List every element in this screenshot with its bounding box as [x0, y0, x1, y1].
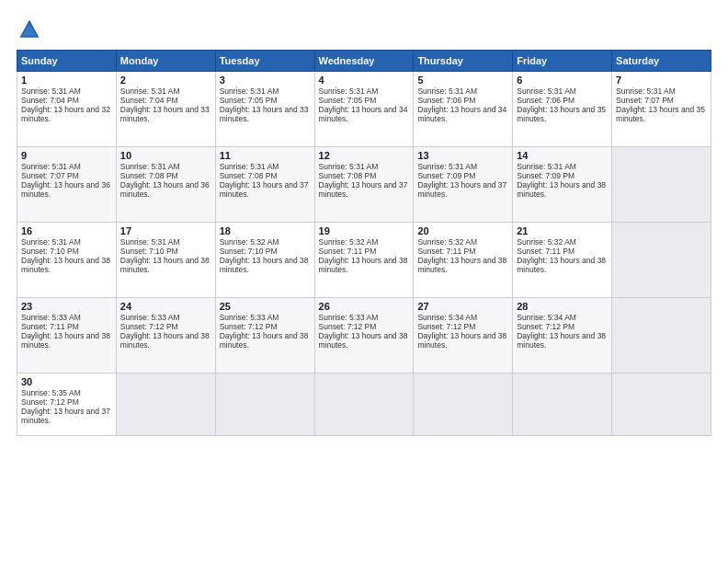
- sunset-label: Sunset: 7:12 PM: [220, 322, 278, 331]
- sunrise-label: Sunrise: 5:31 AM: [220, 86, 279, 96]
- calendar-cell: 27Sunrise: 5:34 AMSunset: 7:12 PMDayligh…: [414, 298, 513, 373]
- day-number: 9: [21, 150, 112, 161]
- sunset-label: Sunset: 7:12 PM: [21, 397, 79, 407]
- calendar-cell: 11Sunrise: 5:31 AMSunset: 7:08 PMDayligh…: [215, 147, 314, 223]
- calendar-cell: 24Sunrise: 5:33 AMSunset: 7:12 PMDayligh…: [116, 298, 215, 373]
- calendar-cell: [513, 373, 612, 436]
- daylight-label: Daylight: 13 hours and 34 minutes.: [417, 105, 506, 123]
- logo-icon: [17, 17, 42, 42]
- day-number: 16: [21, 225, 112, 236]
- sunset-label: Sunset: 7:12 PM: [417, 322, 475, 331]
- sunrise-label: Sunrise: 5:31 AM: [417, 86, 477, 96]
- sunset-label: Sunset: 7:07 PM: [616, 96, 674, 105]
- daylight-label: Daylight: 13 hours and 35 minutes.: [517, 105, 606, 123]
- daylight-label: Daylight: 13 hours and 38 minutes.: [220, 331, 309, 350]
- sunrise-label: Sunrise: 5:31 AM: [417, 162, 477, 171]
- daylight-label: Daylight: 13 hours and 34 minutes.: [319, 105, 408, 123]
- daylight-label: Daylight: 13 hours and 38 minutes.: [21, 256, 110, 274]
- sunset-label: Sunset: 7:12 PM: [120, 322, 178, 331]
- sunrise-label: Sunrise: 5:31 AM: [517, 86, 576, 96]
- day-number: 14: [517, 150, 608, 161]
- day-number: 18: [220, 225, 311, 236]
- sunset-label: Sunset: 7:09 PM: [417, 171, 475, 180]
- sunset-label: Sunset: 7:11 PM: [21, 322, 79, 331]
- sunset-label: Sunset: 7:06 PM: [417, 96, 475, 105]
- daylight-label: Daylight: 13 hours and 38 minutes.: [319, 331, 408, 350]
- sunset-label: Sunset: 7:08 PM: [220, 171, 278, 180]
- sunrise-label: Sunrise: 5:33 AM: [120, 313, 180, 322]
- day-number: 21: [517, 225, 608, 236]
- calendar-cell: 7Sunrise: 5:31 AMSunset: 7:07 PMDaylight…: [612, 72, 711, 147]
- daylight-label: Daylight: 13 hours and 38 minutes.: [517, 180, 606, 199]
- day-number: 20: [417, 225, 508, 236]
- sunset-label: Sunset: 7:10 PM: [220, 247, 278, 256]
- calendar-cell: 17Sunrise: 5:31 AMSunset: 7:10 PMDayligh…: [116, 223, 215, 298]
- col-header-friday: Friday: [513, 51, 612, 72]
- col-header-thursday: Thursday: [414, 51, 513, 72]
- day-number: 24: [120, 301, 211, 312]
- day-number: 25: [220, 301, 311, 312]
- col-header-monday: Monday: [116, 51, 215, 72]
- sunrise-label: Sunrise: 5:35 AM: [21, 388, 81, 397]
- day-number: 2: [120, 75, 211, 86]
- calendar-cell: 13Sunrise: 5:31 AMSunset: 7:09 PMDayligh…: [414, 147, 513, 223]
- daylight-label: Daylight: 13 hours and 38 minutes.: [120, 256, 210, 274]
- sunset-label: Sunset: 7:12 PM: [319, 322, 377, 331]
- calendar-cell: [612, 373, 711, 436]
- calendar-cell: 19Sunrise: 5:32 AMSunset: 7:11 PMDayligh…: [314, 223, 414, 298]
- day-number: 28: [517, 301, 608, 312]
- calendar-cell: 18Sunrise: 5:32 AMSunset: 7:10 PMDayligh…: [215, 223, 314, 298]
- day-number: 7: [616, 75, 707, 86]
- calendar-cell: 25Sunrise: 5:33 AMSunset: 7:12 PMDayligh…: [215, 298, 314, 373]
- daylight-label: Daylight: 13 hours and 38 minutes.: [21, 331, 110, 350]
- daylight-label: Daylight: 13 hours and 37 minutes.: [220, 180, 309, 199]
- sunrise-label: Sunrise: 5:33 AM: [319, 313, 379, 322]
- calendar-cell: 4Sunrise: 5:31 AMSunset: 7:05 PMDaylight…: [314, 72, 414, 147]
- calendar-cell: 28Sunrise: 5:34 AMSunset: 7:12 PMDayligh…: [513, 298, 612, 373]
- calendar-cell: [612, 298, 711, 373]
- calendar-cell: 5Sunrise: 5:31 AMSunset: 7:06 PMDaylight…: [414, 72, 513, 147]
- calendar-cell: 2Sunrise: 5:31 AMSunset: 7:04 PMDaylight…: [116, 72, 215, 147]
- calendar-cell: [612, 223, 711, 298]
- logo: [17, 17, 46, 42]
- calendar-cell: 26Sunrise: 5:33 AMSunset: 7:12 PMDayligh…: [314, 298, 414, 373]
- calendar-cell: 12Sunrise: 5:31 AMSunset: 7:08 PMDayligh…: [314, 147, 414, 223]
- day-number: 1: [21, 75, 112, 86]
- calendar-cell: 6Sunrise: 5:31 AMSunset: 7:06 PMDaylight…: [513, 72, 612, 147]
- sunrise-label: Sunrise: 5:31 AM: [120, 237, 180, 247]
- col-header-tuesday: Tuesday: [215, 51, 314, 72]
- day-number: 27: [417, 301, 508, 312]
- sunset-label: Sunset: 7:11 PM: [417, 247, 475, 256]
- daylight-label: Daylight: 13 hours and 37 minutes.: [417, 180, 506, 199]
- sunrise-label: Sunrise: 5:31 AM: [120, 86, 180, 96]
- sunset-label: Sunset: 7:05 PM: [220, 96, 278, 105]
- calendar-cell: 9Sunrise: 5:31 AMSunset: 7:07 PMDaylight…: [17, 147, 117, 223]
- sunset-label: Sunset: 7:07 PM: [21, 171, 79, 180]
- sunrise-label: Sunrise: 5:31 AM: [21, 162, 81, 171]
- col-header-saturday: Saturday: [612, 51, 711, 72]
- day-number: 11: [220, 150, 311, 161]
- day-number: 10: [120, 150, 211, 161]
- daylight-label: Daylight: 13 hours and 38 minutes.: [120, 331, 210, 350]
- sunrise-label: Sunrise: 5:31 AM: [319, 162, 379, 171]
- sunrise-label: Sunrise: 5:32 AM: [417, 237, 477, 247]
- sunset-label: Sunset: 7:05 PM: [319, 96, 377, 105]
- sunset-label: Sunset: 7:08 PM: [319, 171, 377, 180]
- daylight-label: Daylight: 13 hours and 36 minutes.: [21, 180, 110, 199]
- daylight-label: Daylight: 13 hours and 38 minutes.: [517, 331, 606, 350]
- calendar-cell: [215, 373, 314, 436]
- daylight-label: Daylight: 13 hours and 36 minutes.: [120, 180, 210, 199]
- calendar-cell: 16Sunrise: 5:31 AMSunset: 7:10 PMDayligh…: [17, 223, 117, 298]
- calendar-cell: [116, 373, 215, 436]
- daylight-label: Daylight: 13 hours and 37 minutes.: [21, 407, 110, 425]
- calendar-header-row: SundayMondayTuesdayWednesdayThursdayFrid…: [17, 51, 711, 72]
- day-number: 6: [517, 75, 608, 86]
- sunset-label: Sunset: 7:11 PM: [319, 247, 377, 256]
- daylight-label: Daylight: 13 hours and 38 minutes.: [417, 256, 506, 274]
- sunrise-label: Sunrise: 5:32 AM: [220, 237, 279, 247]
- daylight-label: Daylight: 13 hours and 38 minutes.: [417, 331, 506, 350]
- daylight-label: Daylight: 13 hours and 33 minutes.: [120, 105, 210, 123]
- sunrise-label: Sunrise: 5:31 AM: [120, 162, 180, 171]
- sunset-label: Sunset: 7:10 PM: [21, 247, 79, 256]
- day-number: 30: [21, 376, 112, 387]
